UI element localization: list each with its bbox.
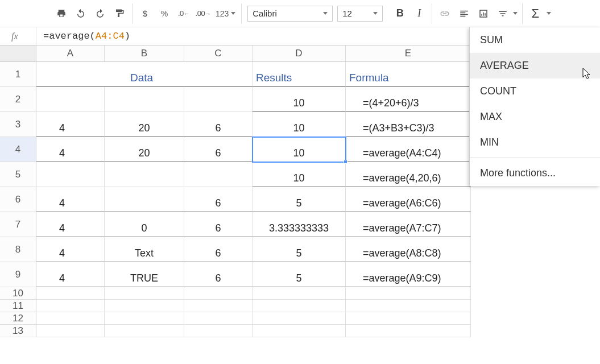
font-family-select[interactable]: Calibri xyxy=(247,6,333,22)
cell[interactable] xyxy=(253,287,346,300)
cell[interactable]: 10 xyxy=(253,87,346,112)
print-icon[interactable] xyxy=(53,6,69,22)
cell[interactable] xyxy=(346,312,471,325)
cell[interactable]: 10 xyxy=(253,112,346,137)
font-size-select[interactable]: 12 xyxy=(337,6,383,22)
cell[interactable]: Data xyxy=(105,62,184,87)
percent-button[interactable]: % xyxy=(156,6,172,22)
column-header[interactable]: D xyxy=(253,46,346,61)
cell[interactable]: =average(4,20,6) xyxy=(346,162,471,187)
cell[interactable] xyxy=(184,300,253,312)
row-header[interactable]: 5 xyxy=(0,162,36,187)
selected-cell[interactable]: 10 xyxy=(253,137,346,162)
row-header[interactable]: 8 xyxy=(0,237,36,262)
cell[interactable]: 6 xyxy=(184,237,253,262)
cell[interactable] xyxy=(105,312,184,325)
cell[interactable]: 6 xyxy=(184,137,253,162)
cell[interactable]: 4 xyxy=(36,137,105,162)
cell[interactable] xyxy=(105,300,184,312)
cell[interactable]: 4 xyxy=(36,112,105,137)
column-header[interactable]: E xyxy=(346,46,471,61)
row-header[interactable]: 6 xyxy=(0,187,36,212)
cell[interactable]: 20 xyxy=(105,112,184,137)
cell[interactable]: 6 xyxy=(184,112,253,137)
decrease-decimal-button[interactable]: .0← xyxy=(176,6,192,22)
italic-button[interactable]: I xyxy=(411,6,427,22)
row-header[interactable]: 7 xyxy=(0,212,36,237)
cell[interactable]: 6 xyxy=(184,212,253,237)
fn-item-min[interactable]: MIN xyxy=(470,130,600,155)
cell[interactable] xyxy=(36,300,105,312)
cell[interactable]: 4 xyxy=(36,262,105,287)
increase-decimal-button[interactable]: .00→ xyxy=(195,6,211,22)
row-header[interactable]: 9 xyxy=(0,262,36,287)
cell[interactable]: =average(A6:C6) xyxy=(346,187,471,212)
cell[interactable]: =(4+20+6)/3 xyxy=(346,87,471,112)
row-header[interactable]: 1 xyxy=(0,62,36,87)
cell[interactable] xyxy=(184,325,253,337)
select-all-corner[interactable] xyxy=(0,46,36,61)
cell[interactable] xyxy=(36,87,105,112)
cell[interactable] xyxy=(184,162,253,187)
bold-button[interactable]: B xyxy=(392,6,408,22)
cell[interactable]: 20 xyxy=(105,137,184,162)
cell[interactable]: TRUE xyxy=(105,262,184,287)
paint-format-icon[interactable] xyxy=(111,6,127,22)
cell[interactable]: 6 xyxy=(184,187,253,212)
cell[interactable]: =(A3+B3+C3)/3 xyxy=(346,112,471,137)
cell[interactable]: 10 xyxy=(253,162,346,187)
cell[interactable]: 0 xyxy=(105,212,184,237)
cell[interactable] xyxy=(105,187,184,212)
cell[interactable] xyxy=(36,162,105,187)
cell[interactable] xyxy=(253,300,346,312)
cell[interactable] xyxy=(105,162,184,187)
cell[interactable]: Text xyxy=(105,237,184,262)
row-header[interactable]: 4 xyxy=(0,137,36,162)
cell[interactable] xyxy=(184,62,253,87)
row-header[interactable]: 3 xyxy=(0,112,36,137)
selection-handle[interactable] xyxy=(344,160,347,164)
cell[interactable] xyxy=(346,287,471,300)
column-header[interactable]: C xyxy=(184,46,253,61)
cell[interactable]: 4 xyxy=(36,187,105,212)
cell[interactable] xyxy=(36,325,105,337)
row-header[interactable]: 2 xyxy=(0,87,36,112)
filter-icon[interactable] xyxy=(495,6,511,22)
align-icon[interactable] xyxy=(456,6,472,22)
cell[interactable] xyxy=(105,325,184,337)
cell[interactable] xyxy=(36,312,105,325)
cell[interactable]: =average(A9:C9) xyxy=(346,262,471,287)
link-icon[interactable] xyxy=(437,6,453,22)
cell[interactable]: =average(A7:C7) xyxy=(346,212,471,237)
currency-button[interactable]: $ xyxy=(137,6,153,22)
cell[interactable] xyxy=(36,62,105,87)
cell[interactable]: 4 xyxy=(36,212,105,237)
cell[interactable]: =average(A8:C8) xyxy=(346,237,471,262)
column-header[interactable]: B xyxy=(105,46,184,61)
cell[interactable] xyxy=(346,300,471,312)
cell[interactable]: Results xyxy=(253,62,346,87)
cell[interactable]: =average(A4:C4) xyxy=(346,137,471,162)
cell[interactable]: 5 xyxy=(253,262,346,287)
cell[interactable]: 5 xyxy=(253,237,346,262)
cell[interactable] xyxy=(184,87,253,112)
insert-chart-icon[interactable] xyxy=(475,6,491,22)
cell[interactable] xyxy=(105,87,184,112)
cell[interactable] xyxy=(253,312,346,325)
cell[interactable]: 3.333333333 xyxy=(253,212,346,237)
cell[interactable] xyxy=(36,287,105,300)
redo-icon[interactable] xyxy=(92,6,108,22)
number-format-button[interactable]: 123 xyxy=(214,6,237,22)
cell[interactable] xyxy=(253,325,346,337)
undo-icon[interactable] xyxy=(73,6,89,22)
row-header[interactable]: 11 xyxy=(0,300,36,312)
cell[interactable]: Formula xyxy=(346,62,471,87)
column-header[interactable]: A xyxy=(36,46,105,61)
fn-item-sum[interactable]: SUM xyxy=(470,27,600,53)
cell[interactable] xyxy=(184,287,253,300)
cell[interactable] xyxy=(184,312,253,325)
row-header[interactable]: 13 xyxy=(0,325,36,337)
fn-item-more[interactable]: More functions... xyxy=(470,160,600,186)
cell[interactable]: 4 xyxy=(36,237,105,262)
row-header[interactable]: 10 xyxy=(0,287,36,300)
